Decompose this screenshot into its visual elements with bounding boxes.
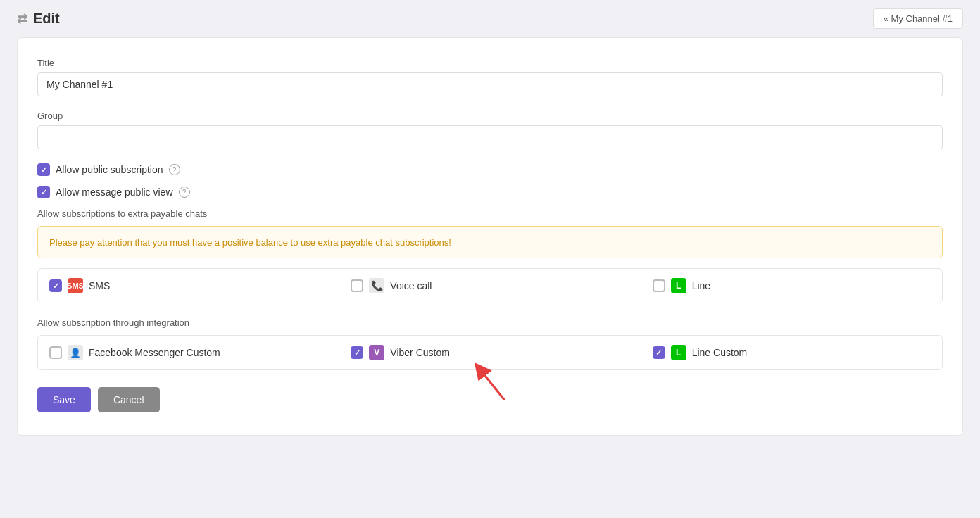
allow-public-subscription-checkbox[interactable]: ✓ <box>37 163 50 176</box>
viber-option: ✓ V Viber Custom <box>351 345 629 360</box>
allow-message-public-view-checkbox[interactable]: ✓ <box>37 186 50 198</box>
line-label: Line <box>692 280 710 291</box>
sms-checkbox[interactable]: ✓ <box>49 279 62 292</box>
separator-1 <box>339 277 339 294</box>
voice-option: 📞 Voice call <box>351 278 629 293</box>
extra-payable-group: Allow subscriptions to extra payable cha… <box>37 208 943 303</box>
fb-icon: 👤 <box>68 345 83 360</box>
line-checkbox[interactable] <box>653 279 665 292</box>
extra-payable-label: Allow subscriptions to extra payable cha… <box>37 208 943 219</box>
line-custom-checkbox[interactable]: ✓ <box>653 346 665 359</box>
voice-label: Voice call <box>390 280 432 291</box>
group-group: Group <box>37 110 943 149</box>
separator-4 <box>641 344 641 361</box>
voice-checkbox[interactable] <box>351 279 363 292</box>
integration-group: Allow subscription through integration 👤… <box>37 317 943 370</box>
button-row: Save Cancel <box>37 387 943 412</box>
fb-checkbox[interactable] <box>49 346 62 359</box>
line-custom-icon: L <box>671 345 686 360</box>
allow-message-public-view-row: ✓ Allow message public view ? <box>37 186 943 198</box>
group-label: Group <box>37 110 943 121</box>
fb-label: Facebook Messenger Custom <box>89 347 220 358</box>
title-group: Title <box>37 58 943 96</box>
arrows-icon: ⇄ <box>17 11 27 27</box>
viber-checkbox[interactable]: ✓ <box>351 346 363 359</box>
edit-label: Edit <box>33 11 60 27</box>
line-custom-option: ✓ L Line Custom <box>653 345 931 360</box>
viber-label: Viber Custom <box>390 347 450 358</box>
separator-2 <box>641 277 641 294</box>
fb-option: 👤 Facebook Messenger Custom <box>49 345 327 360</box>
form-card: Title Group ✓ Allow public subscription … <box>17 37 963 436</box>
save-button[interactable]: Save <box>37 387 91 412</box>
page-title: ⇄ Edit <box>17 11 60 27</box>
allow-message-public-view-label: Allow message public view <box>56 187 173 198</box>
line-custom-label: Line Custom <box>692 347 748 358</box>
help-icon-message-view[interactable]: ? <box>179 187 190 198</box>
extra-chats-row: ✓ SMS SMS 📞 Voice call L Line <box>37 268 943 303</box>
group-input[interactable] <box>37 125 943 149</box>
integrations-row: 👤 Facebook Messenger Custom ✓ V Viber Cu… <box>37 335 943 370</box>
cancel-button[interactable]: Cancel <box>98 387 160 412</box>
voice-icon: 📞 <box>369 278 384 293</box>
sms-label: SMS <box>89 280 110 291</box>
top-bar: ⇄ Edit « My Channel #1 <box>0 0 980 37</box>
allow-public-subscription-row: ✓ Allow public subscription ? <box>37 163 943 176</box>
checkmark-icon: ✓ <box>41 165 47 175</box>
back-button[interactable]: « My Channel #1 <box>873 8 963 29</box>
integration-label: Allow subscription through integration <box>37 317 943 328</box>
allow-public-subscription-label: Allow public subscription <box>56 164 163 175</box>
alert-text: Please pay attention that you must have … <box>49 237 451 248</box>
line-option: L Line <box>653 278 931 293</box>
title-input[interactable] <box>37 72 943 96</box>
alert-box: Please pay attention that you must have … <box>37 226 943 258</box>
title-label: Title <box>37 58 943 68</box>
separator-3 <box>339 344 339 361</box>
viber-icon: V <box>369 345 384 360</box>
sms-icon: SMS <box>68 278 83 293</box>
line-icon: L <box>671 278 686 293</box>
help-icon-subscription[interactable]: ? <box>169 164 180 175</box>
checkmark-icon-2: ✓ <box>41 188 47 197</box>
sms-option: ✓ SMS SMS <box>49 278 327 293</box>
